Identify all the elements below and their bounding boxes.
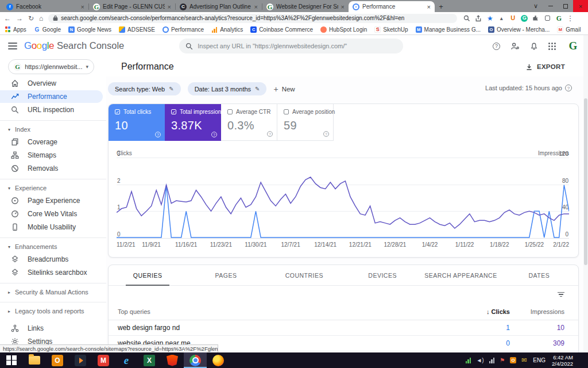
total-impressions-tile[interactable]: ✓Total impressions 3.87K ?	[165, 104, 221, 141]
search-type-filter-chip[interactable]: Search type: Web ✎	[108, 82, 181, 95]
url-inspect-search-input[interactable]: Inspect any URL in "https://glennwebsite…	[179, 39, 403, 53]
browser-tab-advertising-plan[interactable]: C Advertising Plan Outline Example ×	[176, 1, 262, 12]
sidebar-item-mobile-usability[interactable]: Mobile Usability	[0, 221, 106, 233]
sidebar-section-index[interactable]: ▾ Index	[0, 124, 106, 135]
notifications-bell-icon[interactable]	[530, 42, 538, 51]
bookmark-google[interactable]: GGoogle	[34, 26, 61, 33]
checked-checkbox-icon[interactable]: ✓	[171, 109, 176, 114]
sidebar-item-sitemaps[interactable]: Sitemaps	[0, 149, 106, 162]
bookmark-manage-business[interactable]: MManage Business G...	[416, 26, 481, 33]
taskbar-internet-explorer[interactable]: e	[115, 352, 138, 368]
browser-tab-edit-page[interactable]: G Edit Page - GLENN CUSTOM WE... ×	[89, 1, 175, 12]
mail-tray-icon[interactable]: ✉	[521, 356, 527, 364]
maximize-button[interactable]	[558, 0, 573, 12]
filter-funnel-icon[interactable]	[558, 292, 564, 297]
start-button[interactable]	[0, 352, 23, 368]
taskbar-firefox[interactable]	[207, 352, 230, 368]
profile-avatar-icon[interactable]: G	[555, 15, 562, 22]
checked-checkbox-icon[interactable]: ✓	[115, 109, 120, 114]
tab-queries[interactable]: QUERIES	[109, 265, 187, 285]
sidebar-item-coverage[interactable]: Coverage	[0, 136, 106, 148]
total-clicks-tile[interactable]: ✓Total clicks 10 ?	[109, 104, 165, 141]
browser-tab-facebook[interactable]: f Facebook ×	[2, 1, 88, 12]
sidebar-item-breadcrumbs[interactable]: Breadcrumbs	[0, 253, 106, 266]
wifi-signal-icon[interactable]	[489, 358, 495, 363]
col-impressions[interactable]: Impressions	[510, 308, 564, 315]
sidebar-section-security[interactable]: ▸ Security & Manual Actions	[0, 286, 106, 298]
bookmark-gmail[interactable]: MGmail	[557, 26, 581, 33]
unchecked-checkbox-icon[interactable]	[284, 109, 289, 114]
user-permissions-icon[interactable]	[510, 42, 520, 51]
help-icon[interactable]: ?	[493, 43, 500, 50]
bookmark-coinbase[interactable]: CCoinbase Commerce	[250, 26, 313, 33]
gsc-logo[interactable]: Google Search Console	[24, 40, 124, 52]
bookmark-apps[interactable]: Apps	[5, 26, 26, 33]
ubersuggest-extension-icon[interactable]: U	[509, 15, 516, 22]
close-tab-icon[interactable]: ×	[81, 3, 84, 10]
info-icon[interactable]: ?	[565, 85, 572, 91]
taskbar-clock[interactable]: 6:42 AM 2/4/2022	[552, 354, 573, 367]
taskbar-office-app[interactable]: O	[46, 352, 69, 368]
sidebar-item-url-inspection[interactable]: URL inspection	[0, 103, 106, 116]
google-apps-grid-icon[interactable]	[548, 43, 556, 50]
new-tab-button[interactable]: +	[435, 1, 447, 12]
tab-countries[interactable]: COUNTRIES	[265, 265, 343, 285]
hamburger-menu-icon[interactable]	[8, 43, 17, 49]
bookmark-adsense[interactable]: ADSENSE	[119, 26, 155, 33]
taskbar-malwarebytes[interactable]: M	[92, 352, 115, 368]
taskbar-brave[interactable]	[161, 352, 184, 368]
close-tab-icon[interactable]: ×	[427, 3, 431, 10]
help-icon[interactable]: ?	[155, 132, 161, 137]
taskbar-media-player[interactable]	[69, 352, 92, 368]
tab-dates[interactable]: DATES	[500, 265, 578, 285]
extension-icon[interactable]: ▴	[498, 15, 505, 22]
sidebar-item-links[interactable]: Links	[0, 322, 106, 335]
browser-tab-website-designer[interactable]: G Website Designer For Small Busi... ×	[262, 1, 349, 12]
chart-plot-area[interactable]: 3 2 1 0 120 80 40 0	[117, 158, 569, 238]
split-screen-icon[interactable]	[544, 15, 551, 22]
tab-devices[interactable]: DEVICES	[343, 265, 421, 285]
sidebar-item-page-experience[interactable]: Page Experience	[0, 194, 106, 207]
home-icon[interactable]: ⌂	[39, 15, 43, 22]
reload-icon[interactable]: ↻	[28, 15, 34, 22]
page-scrollbar[interactable]	[583, 35, 588, 352]
bookmark-google-news[interactable]: NGoogle News	[68, 26, 111, 33]
volume-icon[interactable]: ◄)	[476, 358, 483, 363]
scrollbar-thumb[interactable]	[584, 98, 587, 265]
close-window-button[interactable]: ×	[573, 0, 588, 12]
taskbar-chrome-active[interactable]	[184, 352, 207, 368]
grammarly-extension-icon[interactable]: G	[521, 15, 528, 22]
table-row[interactable]: web design fargo nd 1 10	[109, 320, 578, 336]
flag-alert-icon[interactable]: ⚑	[500, 358, 505, 363]
forward-icon[interactable]: →	[16, 15, 23, 22]
tab-pages[interactable]: PAGES	[187, 265, 265, 285]
average-position-tile[interactable]: Average position 59 ?	[277, 104, 334, 141]
sidebar-section-enhancements[interactable]: ▾ Enhancements	[0, 241, 106, 252]
taskbar-excel[interactable]: X	[138, 352, 161, 368]
zoom-icon[interactable]	[463, 15, 470, 22]
property-selector[interactable]: G https://glennwebsit... ▾	[8, 59, 94, 74]
language-indicator[interactable]: ENG	[533, 357, 546, 363]
account-avatar[interactable]: G	[566, 39, 580, 53]
network-signal-icon[interactable]	[466, 358, 471, 363]
col-top-queries[interactable]: Top queries	[118, 308, 458, 315]
address-bar[interactable]: search.google.com/search-console/perform…	[48, 14, 457, 23]
bookmark-hubspot[interactable]: HubSpot Login	[320, 26, 367, 33]
bookmark-performance[interactable]: Performance	[163, 26, 204, 33]
browser-tab-performance-active[interactable]: Performance ×	[349, 1, 435, 12]
unchecked-checkbox-icon[interactable]	[227, 109, 233, 114]
date-filter-chip[interactable]: Date: Last 3 months ✎	[188, 82, 267, 95]
close-tab-icon[interactable]: ×	[254, 3, 258, 10]
help-icon[interactable]: ?	[323, 131, 329, 137]
bookmark-overview-merchant[interactable]: OOverview - Mercha...	[488, 26, 550, 33]
close-tab-icon[interactable]: ×	[168, 3, 171, 10]
help-icon[interactable]: ?	[267, 131, 273, 137]
sidebar-item-sitelinks-searchbox[interactable]: Sitelinks searchbox	[0, 266, 106, 279]
close-tab-icon[interactable]: ×	[341, 3, 345, 10]
sidebar-item-removals[interactable]: Removals	[0, 162, 106, 175]
sidebar-item-core-web-vitals[interactable]: Core Web Vitals	[0, 208, 106, 220]
share-icon[interactable]	[475, 15, 482, 22]
chrome-menu-icon[interactable]: ⋮	[567, 15, 574, 22]
new-filter-button[interactable]: + New	[273, 85, 295, 94]
office-tray-icon[interactable]: O	[510, 357, 516, 363]
